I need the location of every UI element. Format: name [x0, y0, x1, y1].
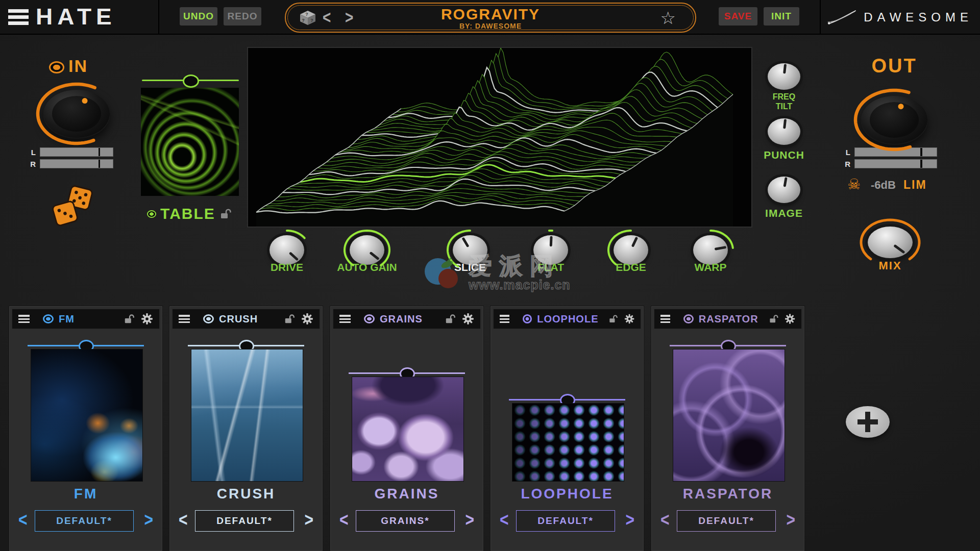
- module-led[interactable]: [364, 314, 375, 323]
- module-title: GRAINS: [330, 486, 483, 502]
- module-led[interactable]: [523, 314, 532, 323]
- in-meter-left: L: [29, 147, 113, 157]
- module-artwork[interactable]: [352, 377, 464, 482]
- in-label: IN: [68, 56, 88, 76]
- limiter-value[interactable]: -6dB: [871, 179, 896, 192]
- mix-knob[interactable]: [868, 227, 913, 258]
- module-next-preset[interactable]: >: [625, 510, 634, 531]
- table-led[interactable]: [147, 210, 156, 218]
- drive-knob[interactable]: [270, 235, 304, 265]
- edge-knob[interactable]: [614, 235, 648, 265]
- preset-browser[interactable]: ? ? ? < > ROGRAVITY BY: DAWESOME ☆: [285, 3, 696, 33]
- main-menu-icon[interactable]: [8, 9, 29, 25]
- module-name[interactable]: RASPATOR: [699, 313, 758, 325]
- redo-button[interactable]: REDO: [224, 7, 261, 26]
- module-artwork[interactable]: [191, 349, 303, 482]
- module-preset-row: < DEFAULT* >: [9, 510, 162, 532]
- module-unlock-icon[interactable]: [445, 313, 457, 325]
- module-settings-icon[interactable]: [301, 313, 313, 325]
- module-name[interactable]: CRUSH: [219, 313, 258, 325]
- module-prev-preset[interactable]: <: [660, 510, 670, 531]
- module-preset-box[interactable]: DEFAULT*: [35, 510, 134, 532]
- meter-bar: [40, 147, 113, 157]
- table-unlock-icon[interactable]: [219, 208, 233, 219]
- module-preset-name: GRAINS*: [381, 515, 429, 527]
- app-logo: HATE: [36, 4, 116, 30]
- module-artwork[interactable]: [673, 349, 785, 482]
- image-knob[interactable]: [768, 177, 800, 203]
- module-name[interactable]: LOOPHOLE: [537, 313, 598, 325]
- warp-knob[interactable]: [693, 235, 728, 265]
- module-menu-icon[interactable]: [660, 315, 670, 323]
- hate-plugin-window: HATE UNDO REDO ? ? ? < > ROGRAVITY BY: D…: [0, 0, 980, 551]
- punch-knob[interactable]: [768, 118, 800, 145]
- table-slider-handle[interactable]: [183, 74, 199, 88]
- module-settings-icon[interactable]: [462, 313, 474, 325]
- module-prev-preset[interactable]: <: [339, 510, 349, 531]
- wavetable-thumbnail[interactable]: [141, 88, 239, 196]
- module-menu-icon[interactable]: [339, 315, 351, 323]
- module-name[interactable]: FM: [59, 313, 75, 325]
- module-preset-name: DEFAULT*: [537, 515, 594, 527]
- auto-gain-knob[interactable]: [350, 235, 384, 265]
- dawesome-brand: DAWESOME: [826, 8, 973, 27]
- module-settings-icon[interactable]: [624, 313, 634, 325]
- module-led[interactable]: [683, 314, 693, 323]
- module-settings-icon[interactable]: [785, 313, 795, 325]
- module-menu-icon[interactable]: [179, 315, 190, 323]
- in-meter-right: R: [29, 159, 113, 168]
- module-artwork[interactable]: [31, 349, 143, 482]
- add-module-button[interactable]: [846, 406, 890, 438]
- edge-label: EDGE: [595, 261, 667, 273]
- in-led[interactable]: [49, 61, 64, 73]
- module-unlock-icon[interactable]: [124, 313, 136, 325]
- preset-name[interactable]: ROGRAVITY: [286, 6, 695, 23]
- table-label-row[interactable]: TABLE: [134, 205, 246, 222]
- module-next-preset[interactable]: >: [144, 510, 153, 531]
- module-menu-icon[interactable]: [500, 315, 509, 323]
- module-preset-box[interactable]: DEFAULT*: [516, 510, 615, 532]
- meter-bar: [854, 159, 937, 168]
- module-title: CRUSH: [169, 486, 323, 502]
- module-prev-preset[interactable]: <: [18, 510, 28, 531]
- module-next-preset[interactable]: >: [304, 510, 313, 531]
- out-meter-right: R: [843, 159, 937, 168]
- in-gain-knob[interactable]: [43, 90, 110, 138]
- module-next-preset[interactable]: >: [786, 510, 795, 531]
- module-preset-box[interactable]: DEFAULT*: [195, 510, 294, 532]
- quill-icon: [826, 8, 859, 27]
- freq-tilt-knob[interactable]: [768, 63, 800, 90]
- undo-button[interactable]: UNDO: [180, 7, 217, 26]
- randomizer-dice-icon[interactable]: [48, 184, 97, 228]
- init-button[interactable]: INIT: [764, 7, 799, 26]
- module-header: RASPATOR: [654, 309, 802, 329]
- module-prev-preset[interactable]: <: [179, 510, 188, 531]
- wavetable-3d-display[interactable]: [247, 47, 752, 228]
- top-bar: HATE UNDO REDO ? ? ? < > ROGRAVITY BY: D…: [0, 0, 980, 35]
- module-preset-box[interactable]: GRAINS*: [356, 510, 455, 532]
- flat-knob[interactable]: [533, 235, 568, 265]
- out-gain-knob[interactable]: [861, 96, 927, 144]
- module-prev-preset[interactable]: <: [500, 510, 509, 531]
- module-panel-raspator: RASPATOR RASPATOR < DEFAULT* >: [651, 306, 804, 551]
- module-next-preset[interactable]: >: [465, 510, 474, 531]
- module-unlock-icon[interactable]: [608, 313, 619, 325]
- module-led[interactable]: [43, 314, 54, 323]
- save-button[interactable]: SAVE: [719, 7, 757, 26]
- module-preset-box[interactable]: DEFAULT*: [677, 510, 776, 532]
- module-artwork[interactable]: [512, 403, 624, 482]
- module-unlock-icon[interactable]: [284, 313, 296, 325]
- limiter-skull-icon[interactable]: ☠: [847, 176, 861, 193]
- out-label: OUT: [853, 55, 935, 77]
- module-preset-row: < GRAINS* >: [330, 510, 483, 532]
- module-settings-icon[interactable]: [141, 313, 153, 325]
- slice-knob[interactable]: [453, 235, 487, 265]
- brand-name: DAWESOME: [864, 10, 973, 24]
- module-name[interactable]: GRAINS: [380, 313, 423, 325]
- meter-label-l: L: [843, 148, 850, 157]
- limiter-label[interactable]: LIM: [903, 178, 927, 192]
- module-led[interactable]: [203, 314, 214, 323]
- favorite-star-icon[interactable]: ☆: [660, 8, 676, 28]
- module-menu-icon[interactable]: [18, 315, 30, 323]
- module-unlock-icon[interactable]: [769, 313, 779, 325]
